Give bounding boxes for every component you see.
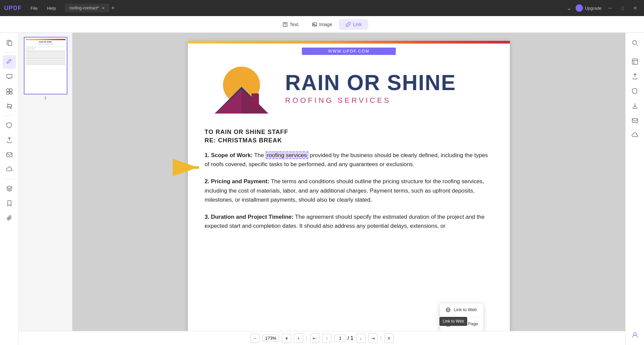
right-sidebar	[625, 33, 644, 345]
nav-last-button[interactable]: ⇥	[368, 334, 378, 343]
text-tool-button[interactable]: Text	[276, 19, 305, 30]
page-current-input[interactable]	[334, 335, 346, 342]
pdf-company-name: RAIN OR SHINE ROOFING SERVICES	[285, 72, 493, 105]
roof-illustration	[205, 62, 278, 115]
svg-rect-22	[632, 59, 638, 64]
top-bar: UPDF File Help roofing-contract* ✕ + ⌄ U…	[0, 0, 644, 16]
sidebar-cloud-icon[interactable]	[3, 163, 16, 176]
svg-rect-5	[7, 74, 12, 78]
sidebar-divider-3	[4, 179, 15, 179]
zoom-close-button[interactable]: ✕	[384, 334, 394, 343]
sidebar-pages-icon[interactable]	[3, 36, 16, 50]
svg-rect-9	[10, 92, 12, 94]
pdf-viewer-area[interactable]: WWW.UPDF.COM	[72, 33, 625, 345]
zoom-bar: − ▾ + | ⇤ ↑ / 1 ↓ ⇥ | ✕	[19, 331, 625, 345]
sidebar-comment-icon[interactable]	[3, 70, 16, 83]
arrow-annotation	[173, 157, 203, 180]
svg-point-21	[633, 41, 637, 45]
sidebar-divider-1	[4, 52, 15, 53]
svg-rect-4	[8, 41, 12, 46]
link-to-web-label: Link to Web	[454, 306, 477, 314]
link-tool-label: Link	[353, 22, 362, 27]
main-area: RAIN OR SHINE ROOFING SERVICES TO RAIN O…	[0, 33, 644, 345]
para1-prefix: 1. Scope of Work: The	[205, 152, 266, 158]
tab-roofing-contract[interactable]: roofing-contract* ✕	[65, 4, 109, 12]
sidebar-divider-2	[4, 116, 15, 116]
nav-first-button[interactable]: ⇤	[310, 334, 319, 343]
svg-rect-6	[7, 89, 9, 91]
toolbar: Text Image Link	[0, 16, 644, 33]
maximize-button[interactable]: □	[619, 4, 627, 12]
svg-point-24	[634, 333, 636, 335]
close-tab-icon[interactable]: ✕	[102, 6, 105, 10]
svg-rect-23	[632, 119, 638, 123]
company-title-text: RAIN OR SHINE	[285, 72, 493, 93]
link-icon	[345, 22, 351, 27]
pdf-logo-section: RAIN OR SHINE ROOFING SERVICES	[188, 55, 510, 122]
link-to-web-tooltip: Link to Web	[439, 317, 467, 326]
menu-help[interactable]: Help	[44, 4, 59, 12]
thumbnail-page-number: 1	[44, 96, 46, 100]
zoom-dropdown-button[interactable]: ▾	[282, 334, 291, 343]
zoom-in-button[interactable]: +	[294, 334, 303, 343]
sidebar-convert-icon[interactable]	[3, 99, 16, 113]
sidebar-edit-icon[interactable]	[3, 55, 16, 69]
pdf-paragraph-3: 3. Duration and Project Timeline: The ag…	[205, 212, 493, 230]
right-protect-icon[interactable]	[628, 84, 642, 98]
menu-file[interactable]: File	[27, 4, 41, 12]
page-navigation: / 1	[334, 335, 353, 342]
tab-label: roofing-contract*	[69, 6, 99, 10]
sidebar-upload-icon[interactable]	[3, 133, 16, 147]
thumbnail-image: RAIN OR SHINE ROOFING SERVICES TO RAIN O…	[24, 38, 67, 94]
svg-rect-8	[7, 92, 9, 94]
link-tool-button[interactable]: Link	[339, 19, 368, 30]
context-menu-link-to-web[interactable]: Link to Web	[440, 303, 483, 317]
right-export-icon[interactable]	[628, 70, 642, 83]
sidebar-organize-icon[interactable]	[3, 85, 16, 98]
updf-logo: UPDF	[4, 5, 22, 12]
zoom-level-input[interactable]	[262, 335, 279, 342]
pdf-header-stripe	[188, 41, 510, 44]
sidebar-bookmark-icon[interactable]	[3, 197, 16, 210]
image-icon	[312, 22, 317, 27]
zoom-out-button[interactable]: −	[250, 334, 260, 343]
thumbnail-panel: RAIN OR SHINE ROOFING SERVICES TO RAIN O…	[19, 33, 72, 345]
sidebar-mail-icon[interactable]	[3, 148, 16, 161]
company-subtitle-text: ROOFING SERVICES	[285, 96, 493, 105]
left-sidebar	[0, 33, 19, 345]
right-cloud-icon[interactable]	[628, 129, 642, 142]
pdf-paragraph-1: 1. Scope of Work: The roofing services p…	[205, 151, 493, 169]
right-mail-icon[interactable]	[628, 114, 642, 127]
thumbnail-page-1[interactable]: RAIN OR SHINE ROOFING SERVICES TO RAIN O…	[24, 37, 67, 94]
zoom-divider-2: |	[380, 335, 382, 341]
sidebar-layers-icon[interactable]	[3, 182, 16, 195]
page-total-label: 1	[351, 335, 354, 341]
page-separator: /	[347, 335, 349, 341]
image-tool-label: Image	[319, 22, 332, 27]
pdf-body: TO RAIN OR SHINE STAFF RE: CHRISTMAS BRE…	[188, 122, 510, 245]
sidebar-protect-icon[interactable]	[3, 119, 16, 132]
minimize-button[interactable]: ─	[606, 4, 614, 12]
pdf-page: WWW.UPDF.COM	[188, 41, 510, 345]
add-tab-icon[interactable]: +	[111, 5, 115, 12]
close-button[interactable]: ✕	[631, 4, 640, 12]
sidebar-attachment-icon[interactable]	[3, 211, 16, 225]
selected-text-roofing-services: roofing services	[266, 151, 308, 159]
text-icon	[282, 22, 288, 27]
link-to-web-icon	[445, 307, 451, 313]
right-user-icon[interactable]	[628, 328, 642, 342]
nav-prev-button[interactable]: ↑	[322, 334, 331, 343]
right-pages-icon[interactable]	[628, 55, 642, 68]
right-upload-icon[interactable]	[628, 99, 642, 113]
nav-next-button[interactable]: ↓	[356, 334, 366, 343]
svg-rect-7	[10, 89, 12, 91]
right-search-icon[interactable]	[628, 36, 642, 50]
svg-rect-10	[7, 153, 12, 157]
image-tool-button[interactable]: Image	[305, 19, 339, 30]
top-bar-right: ⌄ Upgrade ─ □ ✕	[567, 4, 640, 12]
upgrade-button[interactable]: Upgrade	[576, 4, 602, 12]
upgrade-avatar	[576, 4, 583, 12]
tab-area: roofing-contract* ✕ +	[65, 4, 564, 12]
pdf-to-line: TO RAIN OR SHINE STAFF	[205, 129, 493, 136]
dropdown-icon[interactable]: ⌄	[567, 4, 572, 12]
